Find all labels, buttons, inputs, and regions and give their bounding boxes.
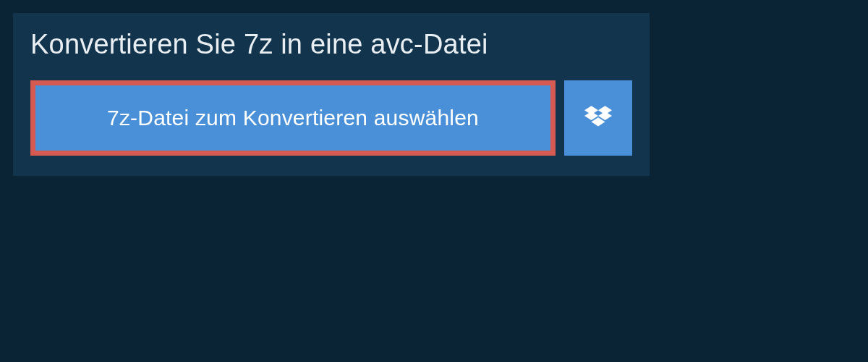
heading-wrap: Konvertieren Sie 7z in eine avc-Datei xyxy=(13,13,650,80)
select-file-button[interactable]: 7z-Datei zum Konvertieren auswählen xyxy=(30,80,556,156)
page-title: Konvertieren Sie 7z in eine avc-Datei xyxy=(30,29,632,60)
button-row: 7z-Datei zum Konvertieren auswählen xyxy=(13,80,650,176)
dropbox-icon xyxy=(584,104,612,132)
dropbox-button[interactable] xyxy=(564,80,632,156)
converter-panel: Konvertieren Sie 7z in eine avc-Datei 7z… xyxy=(13,13,650,176)
select-file-label: 7z-Datei zum Konvertieren auswählen xyxy=(107,106,479,130)
